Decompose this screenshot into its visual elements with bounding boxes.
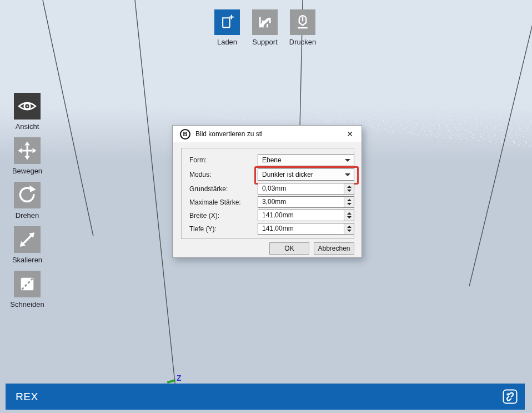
spinner-down-icon[interactable] [347, 190, 352, 192]
modus-dropdown[interactable]: Dunkler ist dicker [258, 168, 354, 181]
tiefe-y-value: 141,00mm [262, 225, 294, 232]
top-toolbar: Laden Support [214, 9, 315, 46]
cut-icon [14, 271, 41, 297]
print-nozzle-icon [290, 9, 315, 35]
convert-image-dialog: B Bild konvertieren zu stl ✕ Form: Modus… [172, 125, 362, 258]
dialog-titlebar[interactable]: B Bild konvertieren zu stl ✕ [173, 126, 362, 142]
spinner-buttons[interactable] [344, 197, 354, 207]
z-axis-label: Z [177, 374, 182, 382]
breite-x-label: Breite (X): [189, 212, 219, 220]
tool-label: Skalieren [12, 256, 42, 264]
maximale-staerke-value: 3,00mm [262, 198, 286, 206]
load-button[interactable]: Laden [214, 9, 240, 46]
spinner-down-icon[interactable] [347, 230, 352, 232]
breite-x-value: 141,00mm [262, 211, 294, 219]
rotate-button[interactable]: Drehen [11, 182, 44, 220]
chevron-down-icon [345, 159, 350, 162]
tool-label: Support [252, 38, 278, 46]
tiefe-y-label: Tiefe (Y): [189, 225, 217, 233]
grundstaerke-spinbox[interactable]: 0,03mm [258, 183, 354, 195]
form-dropdown[interactable]: Ebene [258, 154, 354, 166]
tool-label: Ansicht [16, 122, 39, 131]
tool-label: Schneiden [10, 300, 44, 308]
support-pencil-icon [252, 9, 278, 35]
status-bar: REX [6, 384, 525, 410]
load-document-plus-icon [214, 9, 240, 35]
spinner-buttons[interactable] [344, 183, 354, 194]
app-window: Z Laden [0, 0, 532, 413]
form-dropdown-value: Ebene [262, 156, 282, 164]
grundstaerke-label: Grundstärke: [189, 185, 228, 193]
spinner-down-icon[interactable] [347, 203, 352, 205]
scale-icon [14, 226, 41, 253]
spinner-down-icon[interactable] [347, 216, 352, 218]
left-toolbar: Ansicht Bewegen [11, 93, 44, 315]
tool-label: Drucken [289, 38, 316, 46]
eye-icon [14, 93, 41, 120]
spinner-up-icon[interactable] [347, 199, 352, 201]
spinner-buttons[interactable] [344, 223, 354, 234]
tool-label: Bewegen [12, 167, 42, 175]
dialog-title: Bild konvertieren zu stl [195, 130, 263, 138]
maximale-staerke-spinbox[interactable]: 3,00mm [258, 196, 354, 208]
form-label: Form: [189, 156, 207, 164]
ok-button[interactable]: OK [269, 242, 309, 255]
cut-button[interactable]: Schneiden [11, 271, 44, 308]
broken-link-icon[interactable] [503, 389, 518, 404]
app-logo-icon: B [180, 129, 190, 140]
modus-dropdown-value: Dunkler ist dicker [262, 171, 313, 178]
cancel-button[interactable]: Abbrechen [314, 242, 354, 255]
tool-label: Laden [217, 38, 237, 46]
move-button[interactable]: Bewegen [11, 137, 44, 175]
spinner-up-icon[interactable] [347, 226, 352, 228]
app-name: REX [16, 391, 38, 403]
spinner-up-icon[interactable] [347, 212, 352, 215]
breite-x-spinbox[interactable]: 141,00mm [258, 210, 354, 221]
tool-label: Drehen [16, 211, 39, 220]
modus-label: Modus: [189, 171, 211, 178]
view-button[interactable]: Ansicht [11, 93, 44, 131]
spinner-up-icon[interactable] [347, 186, 352, 188]
grundstaerke-value: 0,03mm [262, 185, 286, 192]
close-icon[interactable]: ✕ [344, 128, 356, 140]
spinner-buttons[interactable] [344, 210, 354, 221]
rotate-icon [14, 182, 41, 208]
print-button[interactable]: Drucken [290, 9, 315, 46]
move-icon [14, 137, 41, 164]
scale-button[interactable]: Skalieren [11, 226, 44, 264]
maximale-staerke-label: Maximale Stärke: [189, 198, 241, 206]
support-button[interactable]: Support [252, 9, 278, 46]
tiefe-y-spinbox[interactable]: 141,00mm [258, 223, 354, 235]
chevron-down-icon [345, 173, 350, 176]
